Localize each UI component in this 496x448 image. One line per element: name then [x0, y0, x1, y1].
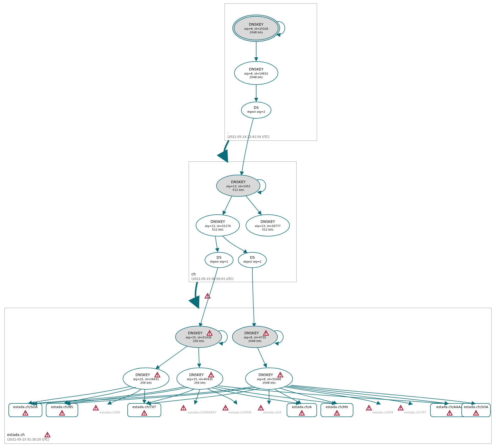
- node-root-ds[interactable]: DS digest alg=2: [241, 102, 271, 118]
- warning-icon: [223, 405, 228, 410]
- svg-text:alg=8, id=14631: alg=8, id=14631: [244, 72, 268, 75]
- rr-mx-grey: estada.ch/MX: [366, 405, 394, 414]
- edge-ch-zsk1-ds1: [215, 236, 218, 252]
- svg-text:512 bits: 512 bits: [262, 228, 274, 231]
- svg-text:256 bits: 256 bits: [140, 381, 152, 384]
- svg-text:estada.ch/TXT: estada.ch/TXT: [132, 405, 156, 409]
- svg-text:512 bits: 512 bits: [233, 188, 244, 192]
- svg-text:DNSKEY: DNSKEY: [244, 331, 259, 335]
- svg-text:alg=13, id=1053: alg=13, id=1053: [226, 185, 250, 188]
- svg-text:estada.ch/DNSKEY: estada.ch/DNSKEY: [188, 411, 217, 414]
- svg-text:DNSKEY: DNSKEY: [211, 220, 225, 224]
- edge-root-ds-to-ch-ksk: [241, 118, 253, 175]
- svg-text:DS: DS: [254, 106, 259, 110]
- svg-text:512 bits: 512 bits: [212, 228, 224, 231]
- svg-text:estada.ch/NS: estada.ch/NS: [99, 411, 120, 414]
- svg-text:DNSKEY: DNSKEY: [249, 67, 264, 71]
- svg-text:2048 bits: 2048 bits: [262, 381, 276, 384]
- svg-text:DNSKEY: DNSKEY: [189, 373, 204, 377]
- edge-ch-zsk1-ds2: [223, 236, 247, 253]
- zone-ch-label: ch: [191, 272, 196, 276]
- svg-text:alg=8, id=4735: alg=8, id=4735: [244, 336, 266, 339]
- svg-text:estada.ch/MX: estada.ch/MX: [326, 405, 348, 409]
- svg-text:DNSKEY: DNSKEY: [259, 373, 273, 377]
- svg-text:estada.ch/SOA: estada.ch/SOA: [229, 411, 251, 414]
- svg-text:256 bits: 256 bits: [193, 339, 204, 343]
- node-ch-ksk[interactable]: DNSKEY alg=13, id=1053 512 bits: [216, 175, 260, 196]
- svg-text:estada.ch/MX: estada.ch/MX: [372, 411, 394, 414]
- svg-text:2048 bits: 2048 bits: [250, 76, 263, 79]
- node-ch-ds2[interactable]: DS digest alg=2: [238, 252, 266, 268]
- warning-icon: [45, 432, 50, 437]
- warning-icon: [366, 405, 371, 410]
- rr-txt[interactable]: estada.ch/TXT: [128, 403, 161, 417]
- edge-ch-to-estada-thick: [195, 282, 199, 308]
- node-root-ksk[interactable]: DNSKEY alg=8, id=20326 2048 bits: [233, 15, 280, 41]
- svg-text:DS: DS: [250, 255, 255, 259]
- rr-ns[interactable]: estada.ch/NS: [46, 403, 78, 417]
- edge-root-to-ch-thick: [224, 140, 229, 162]
- node-est-ksk2[interactable]: DNSKEY alg=8, id=4735 2048 bits: [232, 326, 277, 348]
- svg-text:digest alg=2: digest alg=2: [210, 260, 228, 263]
- warning-icon: [398, 405, 403, 410]
- rr-ns-grey: estada.ch/NS: [93, 405, 120, 414]
- rrset-row: estada.ch/SOA estada.ch/NS estada.ch/NS …: [9, 403, 492, 417]
- svg-text:2048 bits: 2048 bits: [250, 31, 263, 34]
- edge-ch-ds2-est-ksk2: [252, 268, 254, 327]
- node-est-zsk1[interactable]: DNSKEY alg=15, id=28431 256 bits: [123, 368, 169, 389]
- svg-text:estada.ch/AAAA: estada.ch/AAAA: [436, 405, 463, 409]
- svg-text:256 bits: 256 bits: [194, 381, 206, 384]
- svg-text:digest alg=2: digest alg=2: [243, 260, 261, 263]
- edge-est-ksk1-zsk1: [156, 346, 187, 369]
- node-est-zsk2[interactable]: DNSKEY alg=15, id=40435 256 bits: [177, 368, 223, 389]
- svg-text:alg=13, id=26777: alg=13, id=26777: [255, 224, 281, 228]
- edge-ch-ksk-zsk1: [223, 196, 232, 215]
- rr-mx[interactable]: estada.ch/MX: [321, 403, 353, 417]
- edge-ch-ksk-zsk2: [246, 196, 261, 215]
- svg-text:DNSKEY: DNSKEY: [136, 373, 150, 377]
- rr-txt-grey: estada.ch/TXT: [398, 405, 427, 414]
- node-ch-ds1[interactable]: DS digest alg=2: [205, 252, 233, 268]
- node-root-zsk[interactable]: DNSKEY alg=8, id=14631 2048 bits: [234, 61, 278, 85]
- edge-ch-ds1-est-ksk1: [200, 268, 218, 327]
- svg-text:alg=15, id=51436: alg=15, id=51436: [185, 336, 211, 339]
- warning-icon: [181, 405, 186, 410]
- edge-est-ksk1-zsk2: [199, 348, 199, 367]
- rr-a[interactable]: estada.ch/A: [287, 403, 317, 417]
- dnssec-graph: . (2021-05-14 22:41:54 UTC) DNSKEY alg=8…: [0, 0, 496, 448]
- svg-text:DNSKEY: DNSKEY: [261, 220, 275, 224]
- node-est-ksk1[interactable]: DNSKEY alg=15, id=51436 256 bits: [175, 326, 222, 348]
- node-est-zsk3[interactable]: DNSKEY alg=8, id=33468 2048 bits: [245, 368, 293, 389]
- svg-text:alg=13, id=31174: alg=13, id=31174: [205, 224, 231, 228]
- zsk-rr-edges: [28, 385, 475, 404]
- svg-text:alg=8, id=20326: alg=8, id=20326: [244, 27, 268, 30]
- svg-text:alg=15, id=28431: alg=15, id=28431: [133, 378, 159, 381]
- rr-dnskey-grey: estada.ch/DNSKEY: [181, 405, 217, 414]
- svg-text:digest alg=2: digest alg=2: [247, 110, 265, 113]
- rr-soa-2[interactable]: estada.ch/SOA: [462, 403, 490, 417]
- svg-text:estada.ch/SOA: estada.ch/SOA: [464, 405, 488, 409]
- zone-root-label: .: [227, 130, 228, 134]
- svg-text:DS: DS: [216, 255, 222, 259]
- rr-soa-1[interactable]: estada.ch/SOA: [9, 403, 42, 417]
- svg-text:DNSKEY: DNSKEY: [231, 180, 246, 184]
- edge-est-ksk2-zsk3: [257, 348, 266, 367]
- svg-text:estada.ch/A: estada.ch/A: [292, 405, 312, 409]
- zone-estada-ts: (2021-05-15 01:30:20 UTC): [7, 438, 49, 441]
- node-ch-zsk2[interactable]: DNSKEY alg=13, id=26777 512 bits: [246, 215, 290, 236]
- node-ch-zsk1[interactable]: DNSKEY alg=13, id=31174 512 bits: [196, 215, 240, 236]
- rr-a-grey: estada.ch/A: [258, 405, 281, 414]
- warning-icon: [258, 405, 263, 410]
- svg-text:DNSKEY: DNSKEY: [249, 22, 264, 26]
- svg-text:DNSKEY: DNSKEY: [188, 331, 203, 335]
- rr-soa-grey: estada.ch/SOA: [223, 405, 251, 414]
- svg-text:estada.ch/TXT: estada.ch/TXT: [404, 411, 427, 414]
- warning-icon: [93, 405, 98, 410]
- zone-estada-label: estada.ch: [7, 433, 25, 437]
- svg-text:estada.ch/A: estada.ch/A: [263, 411, 282, 414]
- svg-text:estada.ch/NS: estada.ch/NS: [51, 405, 73, 409]
- svg-text:2048 bits: 2048 bits: [248, 339, 262, 343]
- svg-text:estada.ch/SOA: estada.ch/SOA: [13, 405, 37, 409]
- svg-text:alg=15, id=40435: alg=15, id=40435: [187, 378, 213, 381]
- zone-ch-ts: (2021-05-15 00:50:01 UTC): [191, 277, 233, 281]
